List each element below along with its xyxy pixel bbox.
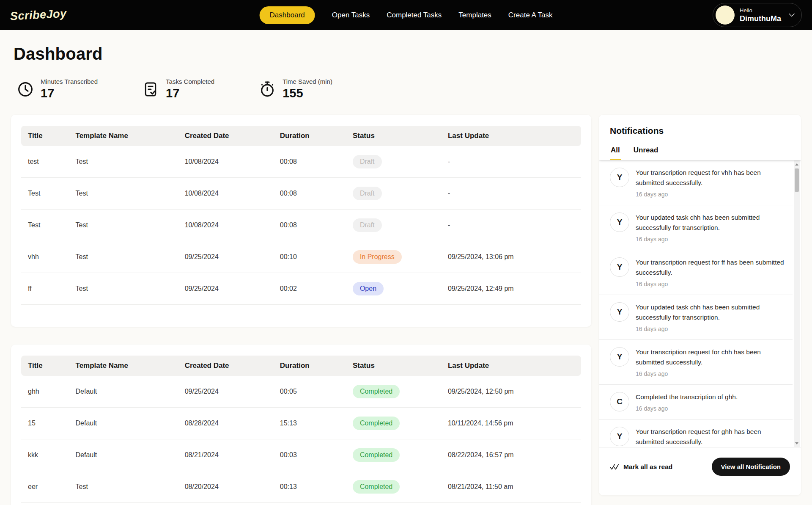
table-cell: Default <box>69 439 178 471</box>
table-cell: 08/21/2024 <box>178 439 273 471</box>
column-header-title: Title <box>21 126 69 146</box>
stat-minutes-transcribed: Minutes Transcribed17 <box>17 78 98 100</box>
main-nav: DashboardOpen TasksCompleted TasksTempla… <box>260 6 553 24</box>
table-cell-last-update: - <box>441 146 581 178</box>
table-cell: 00:08 <box>273 210 346 241</box>
column-header-template-name: Template Name <box>69 126 178 146</box>
notification-message: Your transcription request for ff has be… <box>636 257 788 278</box>
nav-item-templates[interactable]: Templates <box>458 11 491 19</box>
table-cell-last-update: 10/11/2024, 14:56 pm <box>441 408 581 439</box>
column-header-title: Title <box>21 356 69 376</box>
table-cell-last-update: 09/25/2024, 12:49 pm <box>441 273 581 305</box>
table-cell-status: Draft <box>346 146 441 178</box>
scroll-up-arrow-icon[interactable] <box>794 161 800 167</box>
brand-logo: ScribeJoy <box>10 7 67 23</box>
stat-value: 155 <box>283 86 332 100</box>
page-title: Dashboard <box>14 44 801 63</box>
table-cell: 15:13 <box>273 408 346 439</box>
status-badge: In Progress <box>353 250 402 264</box>
stats-row: Minutes Transcribed17Tasks Completed17Ti… <box>17 78 801 100</box>
table-cell: ghh <box>21 376 69 408</box>
table-cell-last-update: 08/22/2024, 16:57 pm <box>441 439 581 471</box>
table-row[interactable]: ffTest09/25/202400:02Open09/25/2024, 12:… <box>21 273 581 305</box>
notification-time: 16 days ago <box>636 191 788 198</box>
tasks-check-icon <box>142 81 159 98</box>
table-cell: Test <box>69 273 178 305</box>
notification-message: Your updated task chh has been submitted… <box>636 302 788 323</box>
notification-item[interactable]: YYour transcription request for ghh has … <box>599 419 793 447</box>
column-header-template-name: Template Name <box>69 356 178 376</box>
table-cell: 00:05 <box>273 376 346 408</box>
table-cell: ff <box>21 273 69 305</box>
column-header-duration: Duration <box>273 126 346 146</box>
table-cell: 09/25/2024 <box>178 241 273 273</box>
notifications-list: YYour transcription request for vhh has … <box>599 160 793 447</box>
notification-avatar: Y <box>610 168 629 187</box>
main-content: Dashboard Minutes Transcribed17Tasks Com… <box>0 44 812 505</box>
table-cell: 00:03 <box>273 439 346 471</box>
table-row[interactable]: rtDefault08/20/202400:03Completed08/20/2… <box>21 503 581 505</box>
notifications-footer: Mark all as read View all Notification <box>599 447 801 495</box>
table-row[interactable]: eerTest08/20/202400:13Completed08/21/202… <box>21 471 581 503</box>
stat-label: Tasks Completed <box>166 78 214 85</box>
notification-item[interactable]: YYour updated task chh has been submitte… <box>599 295 793 340</box>
table-cell: vhh <box>21 241 69 273</box>
notifications-tab-all[interactable]: All <box>610 143 621 160</box>
table-cell-last-update: 08/20/2024, 19:13 pm <box>441 503 581 505</box>
notification-time: 16 days ago <box>636 281 788 287</box>
table-cell-status: Completed <box>346 439 441 471</box>
notification-time: 16 days ago <box>636 236 788 243</box>
status-badge: Draft <box>353 187 382 200</box>
double-check-icon <box>610 464 619 470</box>
nav-item-create-a-task[interactable]: Create A Task <box>508 11 553 19</box>
avatar <box>716 6 735 25</box>
table-cell-status: Open <box>346 273 441 305</box>
table-cell: Default <box>69 408 178 439</box>
table-row[interactable]: testTest10/08/202400:08Draft- <box>21 146 581 178</box>
table-cell-status: In Progress <box>346 241 441 273</box>
table-row[interactable]: TestTest10/08/202400:08Draft- <box>21 210 581 241</box>
table-cell-status: Draft <box>346 210 441 241</box>
table-cell: 09/25/2024 <box>178 273 273 305</box>
table-cell: 00:08 <box>273 146 346 178</box>
top-nav: ScribeJoy DashboardOpen TasksCompleted T… <box>0 0 812 30</box>
column-header-status: Status <box>346 356 441 376</box>
notifications-scroll-area: YYour transcription request for vhh has … <box>599 160 801 447</box>
notification-message: Your updated task chh has been submitted… <box>636 212 788 233</box>
table-cell: eer <box>21 471 69 503</box>
nav-item-dashboard[interactable]: Dashboard <box>260 6 315 24</box>
clock-icon <box>17 81 34 98</box>
stat-tasks-completed: Tasks Completed17 <box>142 78 214 100</box>
notifications-tabs: AllUnread <box>599 143 801 160</box>
notifications-tab-unread[interactable]: Unread <box>633 143 659 160</box>
table-row[interactable]: kkkDefault08/21/202400:03Completed08/22/… <box>21 439 581 471</box>
view-all-notification-button[interactable]: View all Notification <box>712 458 790 476</box>
table-row[interactable]: ghhDefault09/25/202400:05Completed09/25/… <box>21 376 581 408</box>
notification-item[interactable]: YYour transcription request for ff has b… <box>599 250 793 295</box>
table-row[interactable]: vhhTest09/25/202400:10In Progress09/25/2… <box>21 241 581 273</box>
notification-item[interactable]: CCompleted the transcription of ghh.16 d… <box>599 385 793 419</box>
status-badge: Draft <box>353 155 382 168</box>
notification-item[interactable]: YYour updated task chh has been submitte… <box>599 205 793 250</box>
status-badge: Completed <box>353 385 400 398</box>
table-cell: 08/20/2024 <box>178 503 273 505</box>
notification-item[interactable]: YYour transcription request for vhh has … <box>599 160 793 205</box>
scroll-down-arrow-icon[interactable] <box>794 440 800 446</box>
status-badge: Draft <box>353 218 382 232</box>
table-cell: Test <box>69 210 178 241</box>
mark-all-as-read[interactable]: Mark all as read <box>610 463 672 471</box>
status-badge: Open <box>353 282 384 295</box>
table-cell: 10/08/2024 <box>178 178 273 210</box>
table-cell-status: Completed <box>346 471 441 503</box>
nav-item-open-tasks[interactable]: Open Tasks <box>332 11 370 19</box>
user-greeting: Hello <box>740 7 781 14</box>
user-menu[interactable]: Hello DimuthuMa <box>713 3 802 27</box>
table-row[interactable]: TestTest10/08/202400:08Draft- <box>21 178 581 210</box>
nav-item-completed-tasks[interactable]: Completed Tasks <box>387 11 442 19</box>
notification-item[interactable]: YYour transcription request for chh has … <box>599 340 793 385</box>
scrollbar-thumb[interactable] <box>795 168 799 192</box>
table-row[interactable]: 15Default08/28/202415:13Completed10/11/2… <box>21 408 581 439</box>
notification-avatar: Y <box>610 212 629 232</box>
scrollbar[interactable] <box>794 160 800 447</box>
table-cell-last-update: - <box>441 210 581 241</box>
